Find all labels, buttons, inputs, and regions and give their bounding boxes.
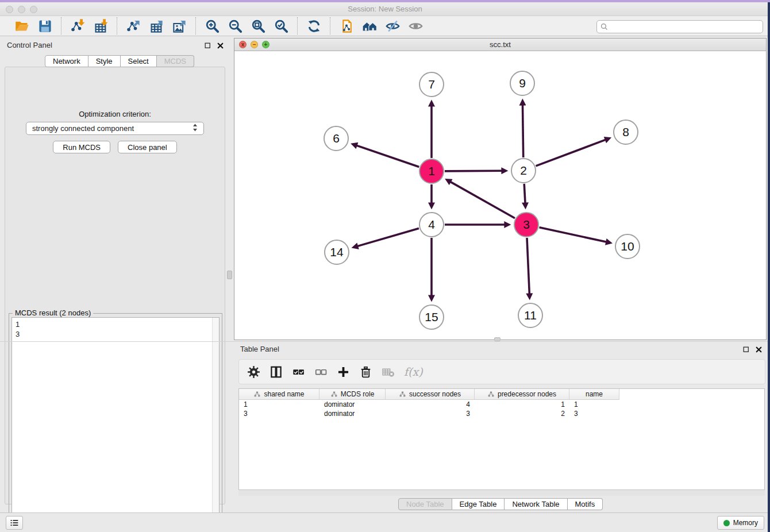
import-network-icon	[70, 18, 86, 34]
zoom-selected-button[interactable]	[270, 17, 292, 34]
control-panel-tabs: NetworkStyleSelectMCDS	[45, 55, 194, 67]
edge-2-8[interactable]	[536, 140, 606, 166]
toolbar-group	[195, 17, 297, 34]
export-network-button[interactable]	[122, 17, 145, 34]
save-icon	[37, 18, 53, 34]
eye-button[interactable]	[404, 17, 427, 34]
list-icon	[9, 518, 20, 528]
export-image-icon	[172, 18, 187, 34]
horizontal-splitter-handle[interactable]	[494, 337, 500, 341]
optimization-criterion-dropdown[interactable]: strongly connected component	[26, 122, 204, 135]
import-table-button[interactable]	[89, 17, 112, 34]
network-graph-canvas[interactable]: 7968124314101511	[234, 51, 766, 340]
column-header-successor-nodes[interactable]: successor nodes	[386, 389, 475, 400]
float-table-panel-icon[interactable]	[741, 345, 750, 354]
hide-eye-button[interactable]	[381, 17, 404, 34]
tab-network-table[interactable]: Network Table	[505, 498, 567, 510]
edge-3-11[interactable]	[527, 238, 529, 294]
tab-node-table[interactable]: Node Table	[398, 498, 452, 510]
column-header-shared-name[interactable]: shared name	[239, 389, 319, 400]
network-window-titlebar[interactable]: x–+ scc.txt	[234, 38, 766, 51]
cell[interactable]: 3	[386, 409, 475, 418]
edge-2-3[interactable]	[524, 184, 525, 203]
tree-icon	[399, 391, 406, 398]
table-scroll-strip	[238, 490, 765, 496]
columns-button[interactable]	[268, 364, 284, 380]
vertical-splitter-handle[interactable]	[227, 271, 232, 279]
open-folder-button[interactable]	[10, 17, 33, 34]
cell[interactable]: dominator	[319, 400, 386, 409]
node-15-label: 15	[425, 310, 438, 323]
node-4-label: 4	[428, 218, 435, 231]
select-all-button[interactable]	[291, 364, 306, 380]
zoom-selected-icon	[274, 18, 289, 34]
gear-button[interactable]	[246, 364, 261, 380]
zoom-fit-icon	[251, 18, 266, 34]
cell[interactable]: dominator	[319, 409, 386, 418]
save-button[interactable]	[33, 17, 56, 34]
edge-3-1[interactable]	[451, 182, 515, 218]
result-scrollbar[interactable]	[212, 318, 219, 528]
cell[interactable]: 1	[239, 400, 319, 409]
tab-select[interactable]: Select	[121, 55, 157, 67]
close-panel-button[interactable]: Close panel	[118, 141, 177, 153]
gear-icon	[247, 365, 261, 379]
cell[interactable]: 1	[475, 400, 569, 409]
delete-table-button	[380, 364, 396, 380]
run-mcds-button[interactable]: Run MCDS	[53, 141, 110, 153]
tab-edge-table[interactable]: Edge Table	[452, 498, 505, 510]
zoom-out-button[interactable]	[224, 17, 247, 34]
edge-1-2[interactable]	[445, 171, 502, 171]
main-toolbar	[0, 16, 770, 36]
node-table[interactable]: shared nameMCDS rolesuccessor nodesprede…	[238, 388, 765, 490]
toolbar-group	[297, 17, 330, 34]
node-2-label: 2	[520, 164, 527, 177]
refresh-button[interactable]	[302, 17, 325, 34]
node-9-label: 9	[519, 76, 526, 90]
tab-mcds[interactable]: MCDS	[157, 55, 194, 67]
export-table-button[interactable]	[145, 17, 168, 34]
import-table-icon	[93, 18, 109, 34]
import-network-button[interactable]	[66, 17, 89, 34]
cell[interactable]: 2	[475, 409, 569, 418]
window-titlebar[interactable]: Session: New Session	[0, 2, 770, 16]
edge-2-9[interactable]	[523, 105, 523, 157]
zoom-fit-button[interactable]	[247, 17, 270, 34]
node-3-label: 3	[523, 218, 530, 231]
zoom-in-button[interactable]	[201, 17, 224, 34]
plus-button[interactable]	[336, 364, 351, 380]
memory-button[interactable]: Memory	[717, 516, 764, 530]
column-header-MCDS-role[interactable]: MCDS role	[319, 389, 386, 400]
close-panel-icon[interactable]	[215, 41, 225, 50]
close-table-panel-icon[interactable]	[754, 345, 763, 354]
toolbar-group	[61, 17, 117, 34]
mcds-result-text[interactable]: 1 3	[11, 317, 220, 529]
cell[interactable]: 4	[386, 400, 475, 409]
edge-4-14[interactable]	[357, 228, 418, 246]
cell[interactable]: 3	[239, 409, 319, 418]
tab-motifs[interactable]: Motifs	[568, 498, 603, 510]
export-image-button[interactable]	[168, 17, 191, 34]
column-header-predecessor-nodes[interactable]: predecessor nodes	[475, 389, 569, 400]
edge-1-6[interactable]	[357, 145, 419, 167]
trash-button[interactable]	[358, 364, 374, 380]
clone-network-button[interactable]	[335, 17, 358, 34]
cell[interactable]: 3	[569, 409, 619, 418]
houses-button[interactable]	[358, 17, 381, 34]
network-list-button[interactable]	[6, 516, 23, 530]
network-view-window[interactable]: x–+ scc.txt 7968124314101511	[234, 38, 767, 340]
cell[interactable]: 1	[569, 400, 619, 409]
tab-style[interactable]: Style	[88, 55, 121, 67]
column-header-name[interactable]: name	[569, 389, 619, 400]
function-builder-button: f(x)	[403, 365, 423, 378]
table-row[interactable]: 1dominator411	[239, 400, 764, 409]
deselect-button[interactable]	[313, 364, 329, 380]
search-box[interactable]	[596, 20, 763, 33]
table-row[interactable]: 3dominator323	[239, 409, 764, 418]
edge-3-10[interactable]	[539, 228, 606, 242]
mcds-result-title: MCDS result (2 nodes)	[13, 309, 93, 317]
search-input[interactable]	[609, 23, 760, 31]
tab-network[interactable]: Network	[45, 55, 88, 67]
float-panel-icon[interactable]	[203, 41, 212, 50]
application-window: Session: New Session Control Panel Netwo…	[0, 0, 770, 532]
